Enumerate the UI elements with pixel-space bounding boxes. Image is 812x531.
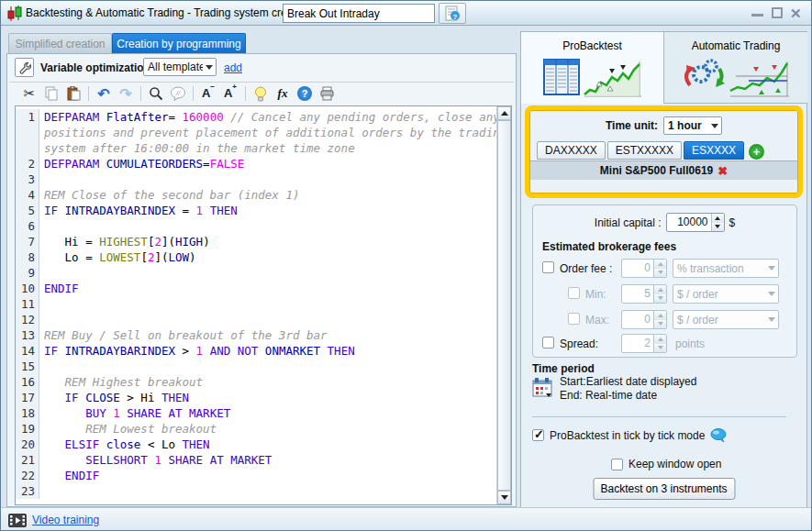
spinner-arrows[interactable] [653, 335, 666, 352]
undo-button[interactable]: ↶ [93, 83, 115, 104]
tick-mode-row: ProBacktest in tick by tick mode [532, 428, 727, 442]
editor-help-button[interactable]: ? [294, 83, 316, 104]
currency-label: $ [729, 216, 736, 229]
min-fee-input[interactable]: 5 [621, 284, 667, 304]
period-start: Start:Earliest date displayed [560, 375, 696, 389]
decrease-font-button[interactable]: A− [197, 83, 219, 104]
scrollbar-thumb[interactable] [497, 120, 511, 491]
cut-button[interactable]: ✂ [18, 83, 40, 104]
tab-simplified-creation[interactable]: Simplified creation [8, 33, 112, 54]
code-row: 23 [16, 483, 496, 499]
backtest-button[interactable]: Backtest on 3 instruments [593, 478, 735, 500]
search-button[interactable] [145, 83, 167, 104]
spinner-up[interactable] [712, 214, 724, 223]
redo-icon: ↷ [119, 85, 131, 103]
spinner-down[interactable] [712, 223, 724, 232]
max-fee-input[interactable]: 0 [621, 310, 667, 329]
speech-bubble-icon[interactable] [710, 428, 727, 442]
triangle-up-icon [501, 111, 508, 116]
max-fee-label: Max: [585, 314, 609, 326]
add-instrument-button[interactable]: + [749, 144, 764, 160]
max-fee-checkbox[interactable] [568, 313, 580, 325]
calendar-icon[interactable] [532, 377, 554, 402]
maximize-button[interactable] [772, 7, 783, 18]
min-fee-label: Min: [585, 288, 606, 301]
help-doc-button[interactable]: ? [439, 3, 466, 24]
comment-button[interactable]: // [167, 83, 189, 104]
print-button[interactable] [316, 83, 338, 104]
minimize-button[interactable] [751, 14, 763, 17]
spinner-up[interactable] [654, 285, 666, 294]
code-text [39, 218, 44, 234]
code-row: 16 REM Highest breakout [16, 374, 496, 390]
code-row: 5IF INTRADAYBARINDEX = 1 THEN [16, 203, 496, 218]
scroll-down-button[interactable] [497, 491, 511, 504]
spinner-down[interactable] [654, 269, 666, 278]
code-editor[interactable]: 1DEFPARAM FlatAfter= 160000 // Cancel an… [15, 105, 512, 505]
initial-capital-input[interactable]: 10000 [666, 213, 725, 232]
code-text: REM Close of the second bar (index 1) [39, 187, 299, 203]
fees-box: Initial capital : 10000 $ Estimated brok… [532, 205, 797, 358]
video-training-link[interactable]: Video training [32, 514, 99, 526]
instrument-tab-es-selected[interactable]: ESXXXX [684, 141, 744, 160]
code-text: IF INTRADAYBARINDEX = 1 THEN [39, 203, 238, 218]
code-row: 7 Hi = HIGHEST[2](HIGH) [16, 234, 496, 249]
probacktest-icon [542, 56, 643, 98]
order-fee-unit-select[interactable]: % transaction [673, 259, 779, 278]
add-template-link[interactable]: add [224, 61, 242, 74]
wrench-icon [18, 61, 31, 74]
max-fee-unit-select[interactable]: $ / order [673, 310, 779, 329]
suggestions-button[interactable] [250, 83, 272, 104]
system-name-input[interactable] [283, 4, 435, 23]
min-fee-unit-select[interactable]: $ / order [673, 284, 779, 304]
optimization-settings-button[interactable] [15, 58, 34, 77]
max-fee-unit: $ / order [673, 314, 765, 326]
increase-font-button[interactable]: A+ [219, 83, 241, 104]
spinner-down[interactable] [654, 294, 666, 304]
code-text [39, 296, 44, 312]
scroll-up-button[interactable] [497, 106, 511, 120]
help-icon: ? [297, 86, 312, 101]
time-unit-select[interactable]: 1 hour [663, 116, 722, 135]
copy-icon [44, 86, 59, 101]
spread-checkbox[interactable] [542, 337, 554, 348]
spinner-up[interactable] [654, 260, 666, 269]
code-row: 14IF INTRADAYBARINDEX > 1 AND NOT ONMARK… [16, 343, 496, 359]
tick-mode-checkbox[interactable] [532, 429, 544, 441]
spinner-arrows[interactable] [653, 285, 666, 303]
instrument-name: Mini S&P500 Full0619 [600, 164, 713, 177]
close-button[interactable]: ✕ [790, 6, 802, 22]
time-period-heading: Time period [532, 362, 595, 375]
chevron-down-icon [203, 65, 216, 70]
tab-automatic-trading[interactable]: Automatic Trading [664, 32, 807, 104]
min-fee-checkbox[interactable] [568, 287, 580, 299]
templates-select[interactable]: All templates [143, 58, 217, 76]
spinner-arrows[interactable] [653, 260, 666, 277]
tab-creation-by-programming[interactable]: Creation by programming [112, 33, 246, 54]
spinner-arrows[interactable] [653, 311, 666, 328]
delete-instrument-icon[interactable]: ✖ [717, 165, 728, 177]
paste-icon [66, 86, 81, 101]
instrument-tab-estx[interactable]: ESTXXXXX [607, 141, 682, 160]
paste-button[interactable] [62, 83, 84, 104]
keep-window-checkbox[interactable] [611, 459, 623, 470]
tab-probacktest[interactable]: ProBacktest [521, 32, 664, 104]
order-fee-checkbox[interactable] [542, 261, 554, 273]
code-text [39, 171, 44, 187]
spinner-down[interactable] [654, 320, 666, 329]
order-fee-input[interactable]: 0 [621, 259, 667, 278]
functions-button[interactable]: fx [272, 83, 294, 104]
spinner-down[interactable] [654, 344, 666, 353]
spinner-up[interactable] [654, 311, 666, 320]
spinner-up[interactable] [654, 335, 666, 344]
copy-button[interactable] [40, 83, 62, 104]
editor-scrollbar[interactable] [496, 106, 511, 504]
chevron-down-icon [765, 292, 778, 296]
instrument-tab-dax[interactable]: DAXXXXX [537, 141, 606, 160]
spread-input[interactable]: 2 [621, 334, 667, 353]
window-title: Backtesting & Automatic Trading - Tradin… [26, 6, 311, 19]
comment-bubble-icon: // [170, 86, 186, 101]
redo-button[interactable]: ↷ [115, 83, 137, 104]
spinner-arrows[interactable] [711, 214, 724, 231]
line-number: 22 [16, 468, 39, 483]
